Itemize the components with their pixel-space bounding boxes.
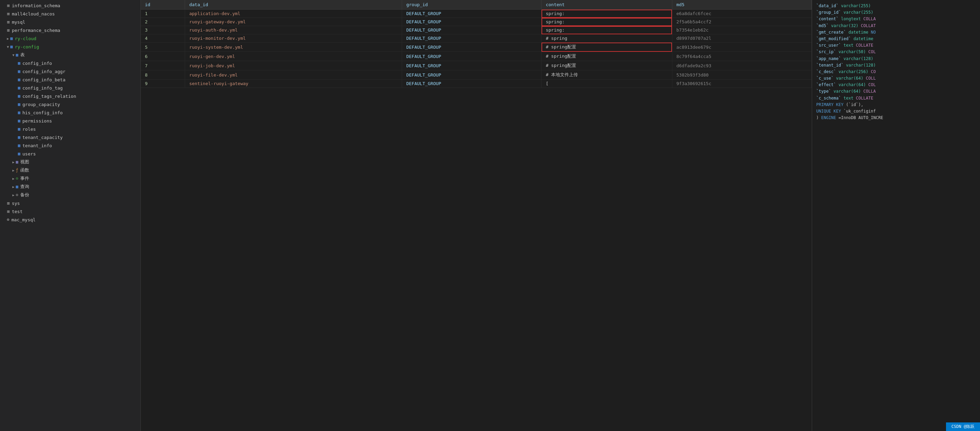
cell-content: # spring配置 [541, 61, 672, 70]
results-table: id data_id group_id content md5 1applica… [141, 0, 812, 88]
sidebar-item-tenant-capacity[interactable]: ▦ tenant_capacity [0, 133, 140, 141]
sidebar-item-config-info-beta[interactable]: ▦ config_info_beta [0, 76, 140, 84]
table-icon: ▦ [18, 69, 20, 74]
ddl-line: ) ENGINE =InnoDB AUTO_INCRE [816, 115, 976, 121]
sidebar-item-roles[interactable]: ▦ roles [0, 125, 140, 133]
table-row[interactable]: 3ruoyi-auth-dev.ymlDEFAULT_GROUPspring:b… [141, 26, 812, 34]
cell-group-id: DEFAULT_GROUP [402, 70, 541, 79]
cell-id: 9 [141, 79, 185, 88]
col-content: content [541, 0, 672, 10]
sidebar-item-config-info-aggr[interactable]: ▦ config_info_aggr [0, 67, 140, 76]
cell-data-id: ruoyi-file-dev.yml [185, 70, 402, 79]
sidebar-item-information-schema[interactable]: ≡ information_schema [0, 2, 140, 10]
table-icon: ▦ [18, 110, 20, 115]
db-icon: ▦ [10, 36, 13, 41]
ddl-line: `type` varchar(64) COLLA [816, 88, 976, 95]
db-icon: ≡ [7, 11, 10, 16]
cell-md5: d8997d0707a2l [672, 34, 811, 43]
ddl-line: PRIMARY KEY (`id`), [816, 101, 976, 108]
sidebar-item-label: config_tags_relation [22, 93, 76, 99]
cell-id: 4 [141, 34, 185, 43]
sidebar-item-test[interactable]: ≡ test [0, 207, 140, 216]
sidebar[interactable]: ≡ information_schema ≡ mall4cloud_nacos … [0, 0, 141, 431]
sidebar-item-mac-mysql[interactable]: ⊙ mac_mysql [0, 216, 140, 224]
sidebar-item-label: config_info_aggr [22, 69, 65, 74]
sidebar-item-label: 备份 [20, 192, 29, 198]
table-icon: ▦ [18, 61, 20, 65]
sidebar-item-label: tenant_capacity [22, 135, 62, 140]
sidebar-item-label: tenant_info [22, 143, 52, 148]
sidebar-item-queries-group[interactable]: ▶ ▦ 查询 [0, 182, 140, 191]
cell-data-id: ruoyi-gateway-dev.yml [185, 18, 402, 26]
ddl-panel: `data_id` varchar(255) `group_id` varcha… [812, 0, 980, 431]
sidebar-item-label: ry-cloud [15, 36, 37, 41]
table-row[interactable]: 8ruoyi-file-dev.ymlDEFAULT_GROUP# 本地文件上传… [141, 70, 812, 79]
sidebar-item-his-config-info[interactable]: ▦ his_config_info [0, 108, 140, 117]
data-table[interactable]: id data_id group_id content md5 1applica… [141, 0, 812, 431]
sidebar-item-tables-group[interactable]: ▼ ▦ 表 [0, 51, 140, 59]
table-row[interactable]: 5ruoyi-system-dev.ymlDEFAULT_GROUP# spri… [141, 43, 812, 52]
cell-md5: e6a8dafc6fcec [672, 10, 811, 18]
sidebar-item-mysql[interactable]: ≡ mysql [0, 18, 140, 26]
sidebar-item-label: test [12, 209, 22, 214]
cell-content: [ [541, 79, 672, 88]
ddl-line: `group_id` varchar(255) [816, 9, 976, 16]
col-group-id: group_id [402, 0, 541, 10]
table-icon: ▦ [18, 135, 20, 139]
table-row[interactable]: 4ruoyi-monitor-dev.ymlDEFAULT_GROUP# spr… [141, 34, 812, 43]
cell-content: spring: [541, 18, 672, 26]
table-row[interactable]: 1application-dev.ymlDEFAULT_GROUPspring:… [141, 10, 812, 18]
cell-content: # spring配置 [541, 52, 672, 61]
sidebar-item-config-info-tag[interactable]: ▦ config_info_tag [0, 84, 140, 92]
cell-data-id: ruoyi-monitor-dev.yml [185, 34, 402, 43]
cell-md5: ac8913dee679c [672, 43, 811, 52]
db-icon: ≡ [7, 27, 10, 33]
cell-content: # spring [541, 34, 672, 43]
cell-data-id: ruoyi-system-dev.yml [185, 43, 402, 52]
col-id: id [141, 0, 185, 10]
cell-group-id: DEFAULT_GROUP [402, 43, 541, 52]
table-row[interactable]: 6ruoyi-gen-dev.ymlDEFAULT_GROUP# spring配… [141, 52, 812, 61]
cell-id: 8 [141, 70, 185, 79]
cell-content: spring: [541, 10, 672, 18]
sidebar-item-ry-config[interactable]: ▼ ▦ ry-config [0, 43, 140, 51]
sidebar-item-mall4cloud[interactable]: ≡ mall4cloud_nacos [0, 10, 140, 18]
sidebar-item-events-group[interactable]: ▶ ⊙ 事件 [0, 174, 140, 182]
sidebar-item-sys[interactable]: ≡ sys [0, 199, 140, 207]
table-icon: ▦ [18, 118, 20, 123]
table-row[interactable]: 9sentinel-ruoyi-gatewayDEFAULT_GROUP[9f3… [141, 79, 812, 88]
db-icon: ≡ [7, 200, 10, 206]
sidebar-item-label: 表 [20, 52, 25, 58]
sidebar-item-group-capacity[interactable]: ▦ group_capacity [0, 100, 140, 108]
backups-icon: ⊙ [16, 193, 18, 197]
sidebar-item-users[interactable]: ▦ users [0, 150, 140, 158]
sidebar-item-label: config_info [22, 61, 52, 66]
sidebar-item-backups-group[interactable]: ▶ ⊙ 备份 [0, 191, 140, 199]
sidebar-item-tenant-info[interactable]: ▦ tenant_info [0, 141, 140, 150]
sidebar-item-label: information_schema [12, 3, 60, 8]
sidebar-item-label: permissions [22, 118, 52, 124]
sidebar-item-functions-group[interactable]: ▶ ƒ 函数 [0, 166, 140, 174]
sidebar-item-label: group_capacity [22, 102, 60, 107]
sidebar-item-ry-cloud[interactable]: ▶ ▦ ry-cloud [0, 34, 140, 43]
sidebar-item-label: 视图 [20, 159, 29, 165]
sidebar-item-performance-schema[interactable]: ≡ performance_schema [0, 26, 140, 34]
cell-content: # 本地文件上传 [541, 70, 672, 79]
sidebar-item-label: mall4cloud_nacos [12, 11, 55, 16]
cell-id: 2 [141, 18, 185, 26]
table-row[interactable]: 7ruoyi-job-dev.ymlDEFAULT_GROUP# spring配… [141, 61, 812, 70]
sidebar-item-label: his_config_info [22, 110, 62, 115]
cell-id: 7 [141, 61, 185, 70]
chevron-right-icon: ▶ [12, 160, 14, 164]
sidebar-item-config-info[interactable]: ▦ config_info [0, 59, 140, 67]
table-area: id data_id group_id content md5 1applica… [141, 0, 812, 431]
cell-data-id: sentinel-ruoyi-gateway [185, 79, 402, 88]
tables-icon: ▦ [16, 52, 18, 57]
table-row[interactable]: 2ruoyi-gateway-dev.ymlDEFAULT_GROUPsprin… [141, 18, 812, 26]
sidebar-item-config-tags-relation[interactable]: ▦ config_tags_relation [0, 92, 140, 100]
sidebar-item-views-group[interactable]: ▶ ▦ 视图 [0, 158, 140, 166]
sidebar-item-permissions[interactable]: ▦ permissions [0, 117, 140, 125]
ddl-line: `content` longtext COLLA [816, 16, 976, 22]
cell-md5: d6dfade9a2c93 [672, 61, 811, 70]
ddl-line: `tenant_id` varchar(128) [816, 62, 976, 69]
